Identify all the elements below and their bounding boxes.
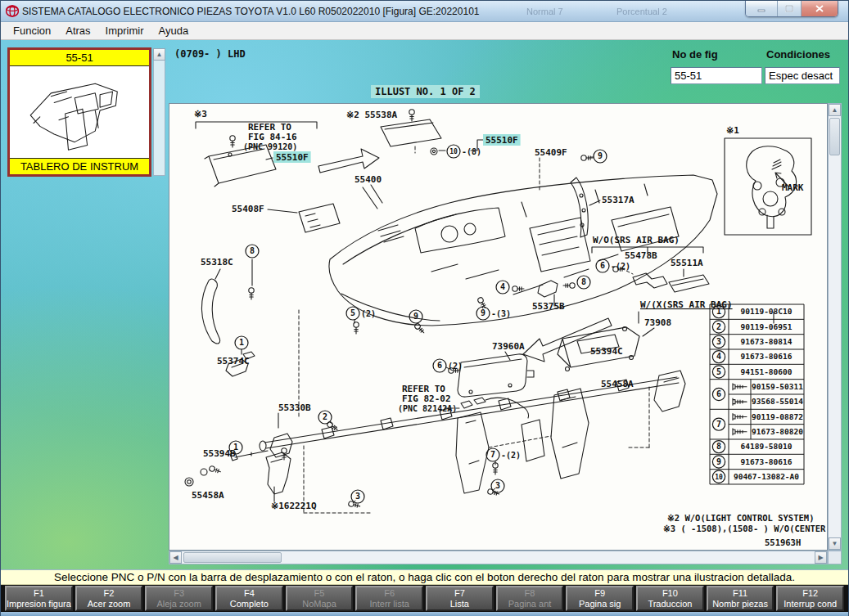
title-bar: SISTEMA CATALOGO ELECTRONICO PIEZAS TOYO… <box>1 1 848 22</box>
svg-text:8: 8 <box>581 277 586 286</box>
table-part-number[interactable]: 90159-50311 <box>752 382 803 391</box>
svg-text:9: 9 <box>716 457 721 466</box>
fkey-f8[interactable]: F8Pagina ant <box>496 586 564 611</box>
fkey-f9[interactable]: F9Pagina sig <box>566 586 634 611</box>
fkey-f12[interactable]: F12Interrup cond <box>776 586 844 611</box>
callout-7: 7-(2) <box>486 448 521 461</box>
part-label[interactable]: 55511A <box>671 258 703 268</box>
horizontal-scrollbar[interactable]: ◀ ▶ <box>169 551 828 564</box>
table-part-number[interactable]: 90467-13082-A0 <box>734 472 799 481</box>
callout-3: 3 <box>491 479 504 492</box>
vertical-scroll-thumb[interactable] <box>829 118 840 155</box>
svg-text:3: 3 <box>495 481 500 490</box>
fkey-f11[interactable]: F11Nombr piezas <box>707 586 774 611</box>
svg-text:-(3): -(3) <box>491 309 511 318</box>
svg-text:6: 6 <box>600 261 605 270</box>
desktop-ghost-label: Normal 7 <box>526 7 563 16</box>
conditions-input[interactable]: Espec desact <box>765 67 840 84</box>
scroll-left-icon[interactable]: ◀ <box>169 551 182 564</box>
figure-thumbnail[interactable]: 55-51 TABLERO DE INSTRUM <box>7 47 151 177</box>
part-label[interactable]: 55458A <box>601 379 634 389</box>
svg-text:-(2): -(2) <box>501 451 521 460</box>
table-part-number[interactable]: 94151-80600 <box>741 367 793 376</box>
part-label[interactable]: ※162221Q <box>271 501 317 511</box>
diagram-footnote: ※2 W/O(LIGHT CONTROL SYSTEM) <box>667 513 814 523</box>
table-part-number[interactable]: 91673-80616 <box>741 457 793 466</box>
table-part-number[interactable]: 90119-08C10 <box>741 307 793 316</box>
scroll-right-icon[interactable]: ▶ <box>815 551 827 564</box>
part-label[interactable]: 55330B <box>278 402 311 413</box>
table-part-number[interactable]: 91673-80820 <box>752 427 803 436</box>
callout-9: 9 <box>409 310 422 323</box>
svg-text:10: 10 <box>449 148 458 155</box>
bolt-icon <box>733 413 747 420</box>
scroll-up-icon[interactable]: ▲ <box>153 48 165 61</box>
fkey-f7[interactable]: F7Lista <box>426 586 494 611</box>
app-window: SISTEMA CATALOGO ELECTRONICO PIEZAS TOYO… <box>0 0 849 616</box>
table-part-number[interactable]: 91673-80616 <box>741 352 793 361</box>
fkey-f5[interactable]: F5NoMapa <box>286 586 354 611</box>
part-label[interactable]: 55394B <box>203 448 236 459</box>
menu-item-imprimir[interactable]: Imprimir <box>98 23 151 38</box>
table-part-number[interactable]: 64189-58010 <box>741 442 793 451</box>
vertical-scrollbar[interactable]: ▲ ▼ <box>828 103 842 551</box>
fkey-f3[interactable]: F3Aleja zoom <box>145 586 213 611</box>
part-label[interactable]: 55374C <box>217 356 250 366</box>
part-label[interactable]: (PNC 99120) <box>243 142 297 151</box>
part-label[interactable]: 55510F <box>276 152 309 163</box>
part-label[interactable]: ※2 55538A <box>346 110 398 120</box>
table-part-number[interactable]: 90119-08872 <box>752 412 803 421</box>
menu-item-ayuda[interactable]: Ayuda <box>151 23 196 38</box>
part-label[interactable]: ※1 <box>726 125 739 136</box>
maximize-icon <box>785 5 793 12</box>
scroll-down-icon[interactable]: ▼ <box>829 537 841 550</box>
fkey-f6[interactable]: F6Interr lista <box>355 586 423 611</box>
part-label[interactable]: MARK <box>782 182 804 193</box>
part-label[interactable]: 55510F <box>485 135 518 146</box>
fig-number-input[interactable]: 55-51 <box>671 67 762 84</box>
minimize-button[interactable] <box>746 1 778 16</box>
part-label[interactable]: 55394C <box>590 346 623 357</box>
table-part-number[interactable]: 93568-55014 <box>752 397 803 406</box>
table-part-number[interactable]: 91673-80814 <box>741 337 793 346</box>
maximize-button[interactable] <box>778 1 802 16</box>
part-label[interactable]: FIG 84-16 <box>248 132 297 142</box>
fkey-f2[interactable]: F2Acer zoom <box>75 586 143 611</box>
part-label[interactable]: 55318C <box>201 257 233 268</box>
illust-number-label: ILLUST NO. 1 OF 2 <box>371 85 480 98</box>
svg-text:4: 4 <box>716 352 721 361</box>
sidebar-scrollbar[interactable]: ▲ <box>153 48 165 176</box>
fkey-f10[interactable]: F10Traduccion <box>636 586 704 611</box>
part-label[interactable]: 55458A <box>192 490 224 501</box>
part-label[interactable]: 55409F <box>535 147 567 158</box>
menu-item-funcion[interactable]: Funcion <box>6 23 58 38</box>
bolt-icon <box>733 384 747 390</box>
part-label[interactable]: FIG 82-02 <box>402 393 451 404</box>
diagram-canvas[interactable]: ※3REFER TOFIG 84-16(PNC 99120)55510F※2 5… <box>169 103 828 551</box>
part-label[interactable]: W/O(SRS AIR BAG) <box>593 235 680 245</box>
callout-1: 1 <box>229 441 242 454</box>
fkey-f4[interactable]: F4Completo <box>215 586 283 611</box>
part-label[interactable]: ※3 <box>194 109 207 119</box>
part-label[interactable]: 55317A <box>602 195 634 205</box>
svg-text:1: 1 <box>233 443 238 452</box>
parts-diagram[interactable]: ※3REFER TOFIG 84-16(PNC 99120)55510F※2 5… <box>169 104 829 551</box>
part-label[interactable]: 55375B <box>532 301 565 312</box>
part-label[interactable]: 73960A <box>492 341 525 352</box>
scrollbar-corner <box>828 551 842 564</box>
part-label[interactable]: 55408F <box>232 204 264 214</box>
svg-text:-(8): -(8) <box>462 147 481 156</box>
table-part-number[interactable]: 90119-06951 <box>741 322 793 331</box>
close-button[interactable] <box>802 1 838 16</box>
part-label[interactable]: (PNC 82142A) <box>398 404 457 413</box>
svg-text:3: 3 <box>716 337 721 346</box>
svg-text:10: 10 <box>715 474 723 481</box>
svg-text:7: 7 <box>490 450 495 459</box>
scroll-up-icon[interactable]: ▲ <box>829 104 841 116</box>
menu-item-atras[interactable]: Atras <box>58 23 97 38</box>
part-label[interactable]: 55400 <box>355 174 382 185</box>
part-label[interactable]: 55478B <box>625 250 657 261</box>
horizontal-scroll-thumb[interactable] <box>183 552 282 563</box>
part-label[interactable]: 73908 <box>644 317 671 328</box>
fkey-f1[interactable]: F1Impresion figuras <box>5 586 73 611</box>
